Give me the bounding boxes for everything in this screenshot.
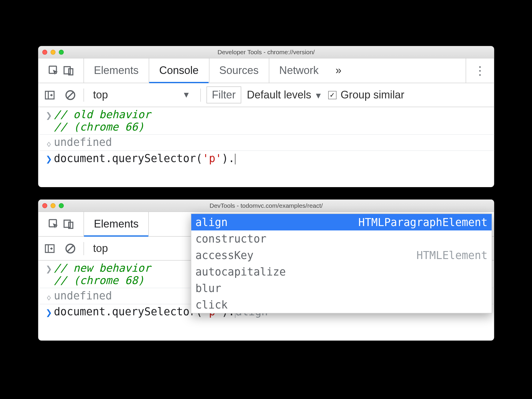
divider	[83, 88, 84, 102]
autocomplete-item[interactable]: align HTMLParagraphElement	[191, 214, 491, 230]
panel-tabs: Elements Console Sources Network » ⋮	[38, 58, 494, 83]
chevron-down-icon: ▼	[314, 91, 322, 100]
autocomplete-label: autocapitalize	[195, 266, 286, 278]
inspect-element-icon[interactable]	[46, 63, 61, 78]
clear-console-icon[interactable]	[63, 241, 78, 256]
context-label: top	[93, 88, 108, 101]
devtools-window-1: Developer Tools - chrome://version/ Elem…	[38, 46, 494, 187]
context-selector[interactable]: top ▼	[90, 88, 195, 101]
menu-button[interactable]: ⋮	[465, 58, 494, 83]
inspect-element-icon[interactable]	[46, 217, 61, 231]
prompt-chevron-icon: ❯	[44, 306, 54, 319]
console-live-input-row[interactable]: ❯ document.querySelector('p').	[38, 150, 494, 166]
titlebar: DevTools - todomvc.com/examples/react/	[38, 200, 494, 212]
autocomplete-item[interactable]: autocapitalize	[191, 263, 491, 280]
context-label: top	[93, 242, 108, 255]
autocomplete-item[interactable]: blur	[191, 280, 491, 296]
autocomplete-item[interactable]: accessKey HTMLElement	[191, 247, 491, 263]
divider	[83, 242, 84, 255]
autocomplete-label: click	[195, 299, 228, 311]
autocomplete-label: blur	[195, 282, 221, 294]
autocomplete-label: accessKey	[195, 249, 253, 261]
group-similar-checkbox[interactable]: ✓	[328, 91, 336, 99]
autocomplete-item[interactable]: constructor	[191, 230, 491, 247]
text-caret	[235, 154, 235, 164]
more-tabs-icon[interactable]: »	[329, 58, 348, 83]
devtools-window-2: DevTools - todomvc.com/examples/react/ E…	[38, 200, 494, 341]
autocomplete-hint: HTMLElement	[416, 249, 487, 261]
panel-tabs: Elements align HTMLParagraphElement cons…	[38, 212, 494, 237]
prompt-chevron-icon: ❯	[44, 152, 54, 165]
console-input-row: ❯ // old behavior // (chrome 66)	[38, 107, 494, 134]
console-result: undefined	[54, 136, 488, 148]
clear-console-icon[interactable]	[63, 88, 78, 102]
device-toolbar-icon[interactable]	[61, 63, 76, 78]
group-similar-label: Group similar	[340, 88, 404, 101]
autocomplete-label: constructor	[195, 233, 266, 245]
log-levels-label: Default levels	[247, 88, 311, 101]
tab-elements[interactable]: Elements	[84, 212, 149, 236]
titlebar: Developer Tools - chrome://version/	[38, 46, 494, 58]
console-comment: // old behavior	[54, 108, 488, 121]
context-selector[interactable]: top	[90, 242, 112, 255]
autocomplete-item[interactable]: click	[191, 296, 491, 313]
divider	[200, 88, 200, 102]
tab-elements[interactable]: Elements	[84, 58, 149, 83]
autocomplete-popup: align HTMLParagraphElement constructor a…	[191, 214, 492, 314]
kebab-icon: ⋮	[474, 64, 486, 77]
device-toolbar-icon[interactable]	[61, 217, 76, 231]
window-title: DevTools - todomvc.com/examples/react/	[38, 202, 494, 209]
output-chevron-icon: ⬨	[44, 136, 54, 149]
tab-sources[interactable]: Sources	[209, 58, 269, 83]
tab-network[interactable]: Network	[269, 58, 329, 83]
output-chevron-icon: ⬨	[44, 289, 54, 303]
chevron-down-icon: ▼	[182, 90, 190, 100]
tab-console[interactable]: Console	[149, 58, 209, 83]
log-levels-selector[interactable]: Default levels ▼	[247, 88, 322, 101]
console-input[interactable]: document.querySelector('p').	[54, 152, 488, 164]
input-chevron-icon: ❯	[44, 262, 54, 275]
filter-input[interactable]: Filter	[206, 86, 241, 103]
console-body: ❯ // old behavior // (chrome 66) ⬨ undef…	[38, 107, 494, 187]
window-title: Developer Tools - chrome://version/	[38, 49, 494, 56]
autocomplete-hint: HTMLParagraphElement	[358, 216, 487, 228]
input-chevron-icon: ❯	[44, 108, 54, 122]
show-console-sidebar-icon[interactable]	[42, 241, 57, 256]
autocomplete-label: align	[195, 216, 228, 228]
console-toolbar: top ▼ Filter Default levels ▼ ✓ Group si…	[38, 83, 494, 107]
console-output-row: ⬨ undefined	[38, 134, 494, 151]
console-comment: // (chrome 66)	[54, 121, 488, 133]
show-console-sidebar-icon[interactable]	[42, 88, 57, 102]
